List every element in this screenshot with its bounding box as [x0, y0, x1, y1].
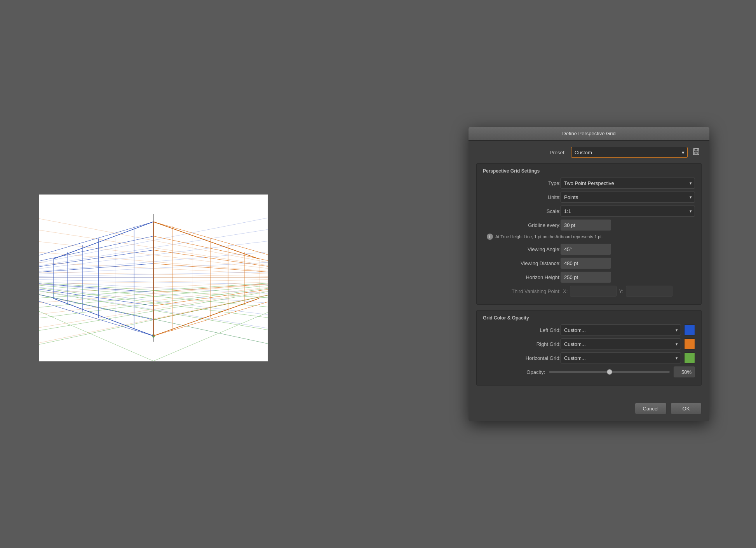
viewing-distance-row: Viewing Distance: — [483, 258, 695, 269]
right-grid-color-swatch[interactable] — [684, 339, 695, 349]
type-row: Type: Two Point Perspective One Point Pe… — [483, 178, 695, 188]
gridline-input[interactable] — [561, 220, 611, 230]
y-label: Y: — [619, 288, 624, 294]
viewing-angle-row: Viewing Angle: — [483, 244, 695, 255]
left-grid-select-wrapper: Custom... — [561, 325, 681, 335]
type-label: Type: — [483, 180, 561, 186]
viewing-distance-label: Viewing Distance: — [483, 260, 561, 266]
gridline-label: Gridline every: — [483, 222, 561, 228]
preset-select-wrapper: Custom — [571, 147, 688, 158]
info-row: i At True Height Line, 1 pt on the Artbo… — [483, 234, 695, 240]
viewing-angle-label: Viewing Angle: — [483, 246, 561, 252]
right-grid-label: Right Grid: — [483, 341, 561, 347]
right-grid-select[interactable]: Custom... — [561, 339, 681, 349]
horizon-height-label: Horizon Height: — [483, 274, 561, 280]
scale-row: Scale: 1:1 1:2 1:4 — [483, 206, 695, 216]
left-grid-row: Left Grid: Custom... — [483, 325, 695, 335]
dialog-title-bar: Define Perspective Grid — [469, 127, 709, 141]
units-select[interactable]: Points Pixels Inches Centimeters — [561, 192, 695, 202]
info-text: At True Height Line, 1 pt on the Artboar… — [495, 234, 603, 239]
preview-canvas — [39, 194, 268, 361]
cancel-button[interactable]: Cancel — [635, 403, 667, 414]
ok-button[interactable]: OK — [671, 403, 702, 414]
preset-select[interactable]: Custom — [571, 147, 688, 158]
dialog: Define Perspective Grid Preset: Custom — [469, 127, 709, 421]
vanishing-point-row: Third Vanishing Point: X: Y: — [483, 286, 695, 297]
horizontal-grid-select-wrapper: Custom... — [561, 353, 681, 363]
scale-select[interactable]: 1:1 1:2 1:4 — [561, 206, 695, 216]
opacity-input[interactable] — [674, 366, 695, 377]
left-grid-label: Left Grid: — [483, 327, 561, 333]
horizontal-grid-color-swatch[interactable] — [684, 353, 695, 363]
viewing-angle-input[interactable] — [561, 244, 611, 255]
opacity-row: Opacity: — [483, 366, 695, 377]
opacity-label: Opacity: — [483, 369, 545, 375]
units-row: Units: Points Pixels Inches Centimeters — [483, 192, 695, 202]
type-select[interactable]: Two Point Perspective One Point Perspect… — [561, 178, 695, 188]
left-grid-select[interactable]: Custom... — [561, 325, 681, 335]
horizontal-grid-select[interactable]: Custom... — [561, 353, 681, 363]
color-opacity-title: Grid Color & Opacity — [483, 315, 695, 321]
opacity-slider[interactable] — [549, 371, 670, 373]
scale-label: Scale: — [483, 208, 561, 214]
left-grid-color-swatch[interactable] — [684, 325, 695, 335]
workspace: Define Perspective Grid Preset: Custom — [0, 0, 756, 548]
horizon-height-input[interactable] — [561, 272, 611, 283]
dialog-title: Define Perspective Grid — [562, 131, 615, 136]
color-opacity-panel: Grid Color & Opacity Left Grid: Custom..… — [476, 310, 702, 386]
units-label: Units: — [483, 194, 561, 200]
horizon-height-row: Horizon Height: — [483, 272, 695, 283]
info-icon: i — [487, 234, 493, 240]
grid-settings-panel: Perspective Grid Settings Type: Two Poin… — [476, 163, 702, 305]
scale-select-wrapper: 1:1 1:2 1:4 — [561, 206, 695, 216]
preset-label: Preset: — [550, 150, 566, 155]
vanishing-x-input[interactable] — [570, 286, 617, 297]
right-grid-row: Right Grid: Custom... — [483, 339, 695, 349]
horizontal-grid-row: Horizontal Grid: Custom... — [483, 353, 695, 363]
opacity-slider-container — [549, 368, 670, 376]
svg-rect-74 — [695, 148, 698, 151]
vanishing-y-input[interactable] — [626, 286, 672, 297]
units-select-wrapper: Points Pixels Inches Centimeters — [561, 192, 695, 202]
x-label: X: — [563, 288, 568, 294]
save-preset-button[interactable] — [691, 147, 702, 158]
horizontal-grid-label: Horizontal Grid: — [483, 355, 561, 361]
grid-settings-title: Perspective Grid Settings — [483, 168, 695, 174]
right-grid-select-wrapper: Custom... — [561, 339, 681, 349]
preset-row: Preset: Custom — [476, 147, 702, 158]
third-vanishing-label: Third Vanishing Point: — [483, 288, 561, 294]
gridline-row: Gridline every: — [483, 220, 695, 230]
dialog-footer: Cancel OK — [469, 397, 709, 421]
viewing-distance-input[interactable] — [561, 258, 611, 269]
type-select-wrapper: Two Point Perspective One Point Perspect… — [561, 178, 695, 188]
